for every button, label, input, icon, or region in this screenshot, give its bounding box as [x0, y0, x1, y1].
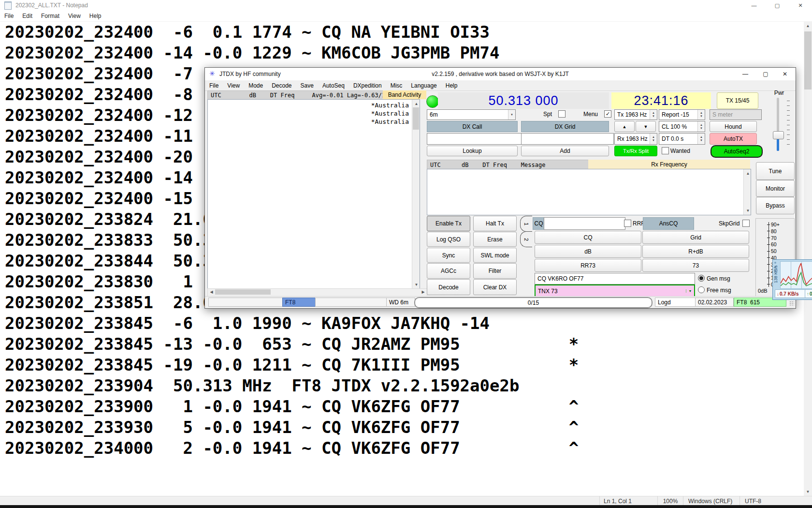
jtdx-menu-file[interactable]: File: [205, 81, 223, 90]
band-activity-scrollbar[interactable]: ▲ ▼: [412, 100, 420, 289]
monitor-button[interactable]: Monitor: [756, 180, 795, 197]
spinner-arrows-icon[interactable]: ▲▼: [650, 110, 657, 120]
agcc-button[interactable]: AGCc: [427, 263, 470, 279]
scroll-down-icon[interactable]: ▼: [412, 281, 420, 289]
freq-down-button[interactable]: ▼: [636, 121, 656, 132]
autotx-button[interactable]: AutoTX: [710, 133, 757, 145]
scroll-up-icon[interactable]: ▲: [744, 169, 752, 178]
msg-cq-button[interactable]: CQ: [535, 231, 641, 244]
clear-dx-button[interactable]: Clear DX: [473, 279, 517, 295]
cq-direction-input[interactable]: [544, 217, 625, 230]
erase-button[interactable]: Erase: [473, 232, 517, 247]
tune-button[interactable]: Tune: [756, 162, 795, 180]
tab-messages-1[interactable]: 1: [520, 216, 532, 232]
dt-spinner[interactable]: DT 0.0 s ▲▼: [659, 133, 705, 145]
scroll-up-icon[interactable]: ▲: [412, 100, 420, 108]
resize-grip[interactable]: [789, 301, 794, 306]
scroll-right-icon[interactable]: ▶: [420, 289, 427, 295]
network-monitor-widget[interactable]: 138 KB/s ↓ 0.7 KB/s ↑ 0.6: [772, 259, 812, 300]
enable-tx-button[interactable]: Enable Tx: [427, 216, 470, 231]
freq-up-button[interactable]: ▲: [614, 121, 635, 132]
tx-frequency-spinner[interactable]: Tx 1963 Hz ▲▼: [614, 109, 657, 120]
jtdx-titlebar[interactable]: ✳ v2.2.159 , derivative work based on WS…: [205, 68, 796, 81]
line-ending: Windows (CRLF): [683, 498, 740, 505]
spinner-arrows-icon[interactable]: ▲▼: [697, 121, 705, 132]
rrr-checkbox[interactable]: [624, 220, 631, 227]
notepad-minimize-icon[interactable]: —: [742, 0, 766, 11]
msg-grid-button[interactable]: Grid: [642, 231, 749, 244]
msg-rr73-button[interactable]: RR73: [535, 259, 641, 272]
notepad-menu-format[interactable]: Format: [37, 11, 64, 21]
rx-frequency-list[interactable]: ▲ ▼: [427, 169, 751, 215]
msg-rdb-button[interactable]: R+dB: [642, 245, 749, 258]
rx-frequency-scrollbar[interactable]: ▲ ▼: [743, 169, 751, 215]
notepad-restore-icon[interactable]: ▢: [766, 0, 789, 11]
jtdx-menu-decode[interactable]: Decode: [267, 81, 296, 90]
band-select[interactable]: 6m ▼: [427, 109, 516, 120]
spinner-arrows-icon[interactable]: ▲▼: [697, 134, 705, 144]
band-activity-list[interactable]: *Australia *Australia *Australia ▲ ▼: [207, 99, 420, 289]
scroll-up-icon[interactable]: ▲: [804, 22, 812, 30]
jtdx-maximize-icon[interactable]: ▢: [756, 68, 775, 80]
jtdx-menu-misc[interactable]: Misc: [386, 81, 407, 90]
jtdx-menu-view[interactable]: View: [223, 81, 244, 90]
decode-button[interactable]: Decode: [427, 279, 470, 295]
jtdx-close-icon[interactable]: ✕: [775, 68, 795, 80]
scrollbar-thumb[interactable]: [804, 31, 812, 90]
scroll-down-icon[interactable]: ▼: [804, 488, 812, 496]
notepad-menu-help[interactable]: Help: [85, 11, 106, 21]
skpgrid-checkbox[interactable]: [742, 220, 750, 227]
jtdx-menu-help[interactable]: Help: [441, 81, 462, 90]
spinner-arrows-icon[interactable]: ▲▼: [697, 110, 705, 120]
band-activity-hscrollbar[interactable]: ◀ ▶: [207, 288, 427, 297]
halt-tx-button[interactable]: Halt Tx: [473, 216, 517, 231]
hound-button[interactable]: Hound: [710, 121, 757, 132]
gen-msg-input[interactable]: CQ VK6RO OF77: [535, 273, 695, 284]
tab-messages-2[interactable]: 2: [520, 231, 532, 247]
chevron-down-icon[interactable]: ▼: [686, 289, 694, 293]
anscq-button[interactable]: AnsCQ: [643, 217, 694, 230]
notepad-menu-view[interactable]: View: [64, 11, 85, 21]
scrollbar-thumb[interactable]: [215, 289, 271, 295]
jtdx-menu-language[interactable]: Language: [406, 81, 441, 90]
free-msg-combo[interactable]: TNX 73 ▼: [535, 284, 695, 298]
notepad-menu-edit[interactable]: Edit: [18, 11, 37, 21]
report-spinner[interactable]: Report -15 ▲▼: [659, 109, 705, 120]
menu-checkbox[interactable]: ✓: [604, 110, 611, 118]
bypass-button[interactable]: Bypass: [756, 197, 795, 214]
notepad-close-icon[interactable]: ✕: [789, 0, 812, 11]
jtdx-minimize-icon[interactable]: —: [736, 68, 755, 80]
jtdx-menu-save[interactable]: Save: [296, 81, 318, 90]
jtdx-menu-autoseq[interactable]: AutoSeq: [318, 81, 349, 90]
jtdx-menu-mode[interactable]: Mode: [244, 81, 267, 90]
scroll-left-icon[interactable]: ◀: [208, 289, 215, 295]
notepad-vertical-scrollbar[interactable]: ▲ ▼: [804, 22, 812, 496]
rx-frequency-spinner[interactable]: Rx 1963 Hz ▲▼: [614, 133, 657, 145]
notepad-menu-file[interactable]: File: [0, 11, 18, 21]
scrollbar-thumb[interactable]: [413, 107, 419, 130]
tx-watchdog-button[interactable]: TX 15/45: [717, 92, 758, 109]
txrx-split-button[interactable]: Tx/Rx Split: [614, 146, 657, 156]
chevron-down-icon[interactable]: ▼: [508, 110, 515, 120]
swl-mode-button[interactable]: SWL mode: [473, 248, 517, 263]
msg-73-button[interactable]: 73: [642, 259, 749, 272]
dx-grid-input[interactable]: [521, 133, 614, 145]
network-traffic-graph: [780, 261, 812, 289]
log-qso-button[interactable]: Log QSO: [427, 232, 470, 247]
scroll-down-icon[interactable]: ▼: [744, 207, 752, 215]
autoseq2-button[interactable]: AutoSeq2: [710, 145, 763, 158]
wanted-checkbox[interactable]: [662, 147, 669, 154]
jtdx-menu-dxpedition[interactable]: DXpedition: [349, 81, 386, 90]
pwr-slider-handle[interactable]: [773, 131, 784, 139]
free-msg-radio[interactable]: [698, 286, 705, 293]
spt-checkbox[interactable]: [558, 110, 566, 118]
filter-button[interactable]: Filter: [473, 263, 517, 279]
cl-spinner[interactable]: CL 100 % ▲▼: [659, 121, 705, 132]
spinner-arrows-icon[interactable]: ▲▼: [650, 134, 657, 144]
lookup-button[interactable]: Lookup: [427, 146, 518, 156]
gen-msg-radio[interactable]: [698, 275, 705, 282]
dx-call-input[interactable]: [427, 133, 522, 145]
sync-button[interactable]: Sync: [427, 248, 470, 263]
msg-db-button[interactable]: dB: [535, 245, 641, 258]
add-button[interactable]: Add: [521, 146, 609, 156]
